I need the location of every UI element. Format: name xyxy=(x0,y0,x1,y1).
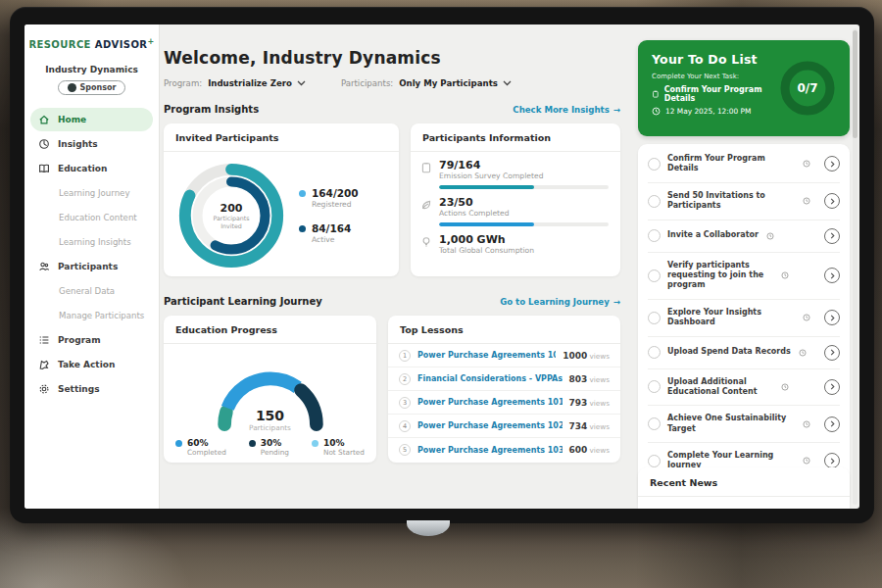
take-action-icon xyxy=(38,359,50,370)
check-more-insights-link[interactable]: Check More Insights → xyxy=(513,105,620,115)
task-checkbox[interactable] xyxy=(648,229,661,242)
actions-progress-bar xyxy=(439,222,609,226)
task-checkbox[interactable] xyxy=(648,380,661,393)
task-label: Confirm Your Program Details xyxy=(667,154,795,174)
task-chevron-button[interactable] xyxy=(824,345,840,361)
todo-progress-ring: 0/7 xyxy=(777,58,838,119)
sidebar-item-education[interactable]: Education xyxy=(24,156,159,180)
sidebar-item-settings[interactable]: Settings xyxy=(24,376,159,401)
arrow-right-icon: → xyxy=(613,105,620,115)
lesson-row: 2 Financial Considerations - VPPAs 803vi… xyxy=(388,368,620,391)
task-checkbox[interactable] xyxy=(648,158,661,171)
task-chevron-button[interactable] xyxy=(824,268,840,283)
task-chevron-button[interactable] xyxy=(824,310,840,325)
participants-filter-label: Participants: xyxy=(341,78,393,88)
task-checkbox[interactable] xyxy=(648,455,661,467)
chevron-down-icon xyxy=(503,80,512,86)
lesson-views: 1000 xyxy=(563,351,587,361)
sponsor-badge[interactable]: Sponsor xyxy=(58,80,126,95)
stat-label: Actions Completed xyxy=(439,209,510,218)
chevron-right-icon xyxy=(830,420,835,427)
task-chevron-button[interactable] xyxy=(824,228,840,244)
sidebar-item-manage-participants[interactable]: Manage Participants xyxy=(24,303,159,327)
todo-due-date: 12 May 2025, 12:00 PM xyxy=(652,107,777,116)
sidebar-item-label: Home xyxy=(58,115,86,124)
task-checkbox[interactable] xyxy=(648,270,661,282)
chevron-right-icon xyxy=(830,383,835,390)
list-icon xyxy=(38,334,50,346)
stat-label: Emission Survey Completed xyxy=(439,172,543,180)
sidebar-nav: Home Insights Education Learning Journey… xyxy=(24,108,159,401)
stat-global-consumption: 1,000 GWh Total Global Consumption xyxy=(420,233,609,255)
education-progress-card: Education Progress 150 Participants xyxy=(164,316,376,463)
task-row: Confirm Your Program Details xyxy=(648,146,840,183)
task-checkbox[interactable] xyxy=(648,312,661,324)
legend-value: 164/200 xyxy=(312,187,359,199)
sidebar-item-label: Take Action xyxy=(58,360,115,369)
todo-next-task-label: Confirm Your Program Details xyxy=(664,85,777,103)
chevron-right-icon xyxy=(830,161,835,168)
lesson-link[interactable]: Power Purchase Agreements 102 xyxy=(417,421,563,430)
task-checkbox[interactable] xyxy=(648,346,661,359)
sidebar-item-learning-journey[interactable]: Learning Journey xyxy=(24,180,159,205)
page-title: Welcome, Industry Dynamics xyxy=(164,48,620,68)
sidebar-item-insights[interactable]: Insights xyxy=(24,131,159,156)
task-chevron-button[interactable] xyxy=(824,193,840,209)
scrollbar[interactable] xyxy=(853,28,858,505)
emission-progress-bar xyxy=(439,185,609,189)
app-logo: RESOURCE ADVISOR+ xyxy=(24,37,159,50)
task-chevron-button[interactable] xyxy=(824,379,840,395)
views-label: views xyxy=(589,422,610,431)
legend-dot xyxy=(249,440,256,447)
participants-filter: Participants: Only My Participants xyxy=(341,78,512,88)
card-title: Participants Information xyxy=(411,123,620,152)
lesson-rank: 3 xyxy=(399,397,411,409)
legend-value: 84/164 xyxy=(312,222,351,234)
profile-block: Industry Dynamics Sponsor xyxy=(24,65,159,95)
task-label: Verify participants requesting to join t… xyxy=(667,261,773,291)
lesson-link[interactable]: Power Purchase Agreements 101 xyxy=(417,398,563,407)
task-row: Verify participants requesting to join t… xyxy=(648,253,840,300)
task-checkbox[interactable] xyxy=(648,195,661,208)
lesson-rank: 2 xyxy=(399,373,411,385)
task-label: Send 50 Invitations to Participants xyxy=(667,191,795,212)
views-label: views xyxy=(589,375,610,384)
sidebar-item-general-data[interactable]: General Data xyxy=(24,278,159,303)
legend-label: Completed xyxy=(187,448,226,457)
sidebar-item-home[interactable]: Home xyxy=(30,108,153,131)
app-screen: RESOURCE ADVISOR+ Industry Dynamics Spon… xyxy=(24,24,859,509)
task-chevron-button[interactable] xyxy=(824,416,840,432)
sidebar-item-learning-insights[interactable]: Learning Insights xyxy=(24,229,159,254)
sidebar-item-program[interactable]: Program xyxy=(24,327,159,352)
views-label: views xyxy=(589,352,610,361)
lesson-link[interactable]: Power Purchase Agreements 103 xyxy=(417,446,563,455)
legend-label: Pending xyxy=(261,448,289,457)
task-row: Upload Spend Data Records xyxy=(648,337,840,369)
donut-center-label: Participants Invited xyxy=(203,215,260,230)
task-row: Invite a Collaborator xyxy=(648,220,840,253)
chevron-right-icon xyxy=(830,198,835,205)
gear-icon xyxy=(38,383,50,395)
sidebar-item-education-content[interactable]: Education Content xyxy=(24,205,159,229)
main-content: Welcome, Industry Dynamics Program: Indu… xyxy=(164,24,620,509)
stat-value: 79/164 xyxy=(439,159,543,172)
task-chevron-button[interactable] xyxy=(824,156,840,172)
legend-item-registered: 164/200 Registered xyxy=(299,187,359,209)
participants-select[interactable]: Only My Participants xyxy=(399,78,512,88)
task-checkbox[interactable] xyxy=(648,417,661,430)
recent-news-card: Recent News xyxy=(638,467,850,509)
legend-label: Registered xyxy=(312,200,359,209)
scrollbar-thumb[interactable] xyxy=(853,30,858,138)
go-to-learning-journey-link[interactable]: Go to Learning Journey → xyxy=(500,297,620,307)
task-label: Upload Spend Data Records xyxy=(667,347,791,357)
todo-list-card: Confirm Your Program Details Send 50 Inv… xyxy=(638,144,850,508)
lesson-link[interactable]: Power Purchase Agreements 101 xyxy=(417,351,556,360)
program-select-value: Industrialize Zero xyxy=(208,78,292,88)
program-select[interactable]: Industrialize Zero xyxy=(208,78,306,88)
sidebar-item-participants[interactable]: Participants xyxy=(24,254,159,278)
sidebar-item-take-action[interactable]: Take Action xyxy=(24,352,159,376)
legend-value: 60% xyxy=(187,438,226,448)
gauge-center-label: Participants xyxy=(197,423,344,432)
lesson-link[interactable]: Financial Considerations - VPPAs xyxy=(417,374,563,383)
education-legend: 60% Completed 30% Pending xyxy=(164,432,376,457)
